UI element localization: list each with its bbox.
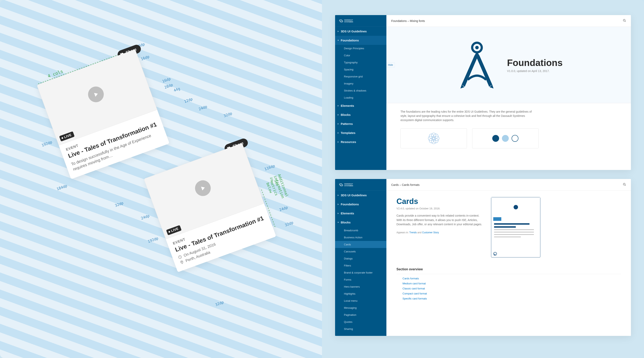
guidelines-doc-cards: DASSAULT SYSTEMES 3DS UI Guidelines Foun…	[335, 179, 631, 336]
sidebar-item-imagery[interactable]: Imagery	[335, 80, 386, 87]
guidelines-doc-foundations: DASSAULT SYSTEMES 3DS UI Guidelines Foun…	[335, 15, 631, 170]
sidebar-item-strokes-shadows[interactable]: Strokes & shadows	[335, 87, 386, 94]
sidebar-item-loading[interactable]: Loading	[335, 94, 386, 101]
sidebar-item-local-menu[interactable]: Local menu	[335, 297, 386, 304]
sidebar-item-guidelines[interactable]: 3DS UI Guidelines	[335, 27, 386, 36]
so-link-classic-format[interactable]: Classic card format	[402, 287, 621, 290]
dim-label-184dp: 184dp	[56, 183, 68, 191]
page-description: Cards provide a convenient way to link r…	[396, 214, 483, 227]
sidebar-item-foundations[interactable]: Foundations	[335, 36, 386, 45]
sidebar-item-foundations[interactable]: Foundations	[335, 200, 386, 209]
sidebar-item-design-principles[interactable]: Design Principles	[335, 45, 386, 52]
sidebar-item-typography[interactable]: Typography	[335, 59, 386, 66]
dim-label-32dp: 32dp	[223, 111, 233, 118]
hero-version: V1.0.0, updated on April 13, 2017.	[507, 69, 563, 73]
svg-text:DASSAULT: DASSAULT	[344, 19, 353, 21]
dim-label-24dp: 24dp	[279, 205, 288, 212]
breadcrumb: Foundations – Mixing fonts	[391, 19, 425, 22]
dim-label-32dp: 32dp	[215, 300, 224, 307]
svg-text:SYSTEMES: SYSTEMES	[344, 21, 353, 23]
appears-in: Appears in: Trends and Customer Story	[396, 231, 483, 234]
color-dot-primary	[492, 135, 499, 142]
doc-hero: Hide Foundations V1.0.0, updated on Apri…	[386, 27, 631, 103]
doc-body: Cards V2.4.0, updated on October 19, 201…	[386, 191, 631, 262]
so-link-compact-format[interactable]: Compact card format	[402, 292, 621, 295]
preview-tile-flower[interactable]	[400, 128, 467, 148]
appears-link-customer-story[interactable]: Customer Story	[422, 231, 439, 234]
arrow-circle-icon	[493, 252, 497, 256]
dim-label-16dp: 16dp	[162, 76, 171, 83]
sidebar-item-dialogs[interactable]: Dialogs	[335, 255, 386, 262]
dim-label-12dp: 12dp	[184, 97, 193, 104]
spec-stage: 4 cols 16dp 16dp 16dp 28dp 44g 12dp 24dp…	[0, 0, 322, 358]
doc-sidebar: DASSAULT SYSTEMES 3DS UI Guidelines Foun…	[335, 15, 386, 170]
sidebar-item-elements[interactable]: Elements	[335, 101, 386, 110]
doc-sidebar: DASSAULT SYSTEMES 3DS UI Guidelines Foun…	[335, 179, 386, 336]
sidebar-item-messaging[interactable]: Messaging	[335, 304, 386, 311]
so-link-cards-formats[interactable]: Cards formats	[402, 277, 621, 280]
sidebar-item-responsive-grid[interactable]: Responsive grid	[335, 73, 386, 80]
clock-icon	[177, 254, 182, 260]
sidebar-item-guidelines[interactable]: 3DS UI Guidelines	[335, 191, 386, 200]
so-link-medium-format[interactable]: Medium card format	[402, 282, 621, 285]
sidebar-item-resources[interactable]: Resources	[335, 137, 386, 146]
svg-point-22	[623, 183, 625, 185]
sidebar-item-highlights[interactable]: Highlights	[335, 290, 386, 297]
sidebar-item-cards[interactable]: Cards	[335, 241, 386, 248]
section-overview: Section overview Cards formats Medium ca…	[386, 262, 631, 302]
dassault-logo-icon: DASSAULT SYSTEMES	[339, 18, 363, 24]
sidebar-item-blocks[interactable]: Blocks	[335, 110, 386, 119]
card-preview-badge	[493, 217, 501, 221]
svg-point-1	[181, 261, 182, 262]
preview-row	[386, 126, 631, 148]
play-icon[interactable]	[86, 84, 106, 104]
hero-title: Foundations	[507, 57, 563, 68]
sidebar-item-patterns[interactable]: Patterns	[335, 119, 386, 128]
sidebar-item-blocks[interactable]: Blocks	[335, 218, 386, 227]
sidebar-item-templates[interactable]: Templates	[335, 128, 386, 137]
sidebar-logo[interactable]: DASSAULT SYSTEMES	[335, 179, 386, 191]
sidebar-item-elements[interactable]: Elements	[335, 209, 386, 218]
page-version: V2.4.0, updated on October 19, 2018.	[396, 207, 483, 210]
sidebar-item-spacing[interactable]: Spacing	[335, 66, 386, 73]
sidebar-item-business-action[interactable]: Business Action	[335, 234, 386, 241]
sidebar-item-quotes[interactable]: Quotes	[335, 318, 386, 326]
svg-point-6	[623, 19, 625, 21]
dim-label-16dp: 16dp	[140, 54, 150, 61]
appears-link-trends[interactable]: Trends	[409, 231, 417, 234]
sidebar-item-carousels[interactable]: Carousels	[335, 248, 386, 255]
dim-label-32dp: 32dp	[284, 220, 294, 227]
play-icon[interactable]	[193, 178, 213, 198]
sidebar-item-sharing[interactable]: Sharing	[335, 326, 386, 333]
dim-label-32dp: 32dp	[114, 201, 124, 208]
card-preview-lines	[491, 218, 540, 242]
pin-icon	[179, 260, 184, 265]
svg-text:DASSAULT: DASSAULT	[344, 183, 353, 185]
search-icon[interactable]	[623, 183, 626, 187]
dim-label-116dp: 116dp	[264, 164, 276, 171]
sidebar-logo[interactable]: DASSAULT SYSTEMES	[335, 15, 386, 27]
preview-tile-colors[interactable]	[472, 128, 538, 148]
dim-label-192dp: 192dp	[147, 236, 159, 244]
text-column: Cards V2.4.0, updated on October 19, 201…	[396, 197, 483, 257]
sidebar-item-forms[interactable]: Forms	[335, 276, 386, 283]
dim-label-24dp: 24dp	[198, 104, 208, 111]
live-badge: LIVE	[166, 225, 182, 235]
sidebar-item-breadcrumb[interactable]: Breadcrumb	[335, 227, 386, 234]
sidebar-item-color[interactable]: Color	[335, 52, 386, 59]
card-preview-illustration	[491, 197, 540, 257]
event-card-1: Share LIVE EVENT Live - Tales of Transfo…	[37, 49, 170, 179]
doc-topbar: Foundations – Mixing fonts	[386, 15, 631, 27]
dim-label-28dp: 28dp	[164, 82, 174, 89]
so-link-specific-formats[interactable]: Specific card formats	[402, 297, 621, 300]
hero-hide-tab[interactable]: Hide	[386, 62, 395, 67]
dim-label-192dp: 192dp	[41, 140, 53, 147]
dim-label-24dp: 24dp	[140, 213, 150, 220]
compass-icon	[455, 39, 499, 91]
search-icon[interactable]	[623, 19, 626, 23]
sidebar-item-filters[interactable]: Filters	[335, 262, 386, 269]
sidebar-item-pagination[interactable]: Pagination	[335, 311, 386, 318]
sidebar-item-hero-banners[interactable]: Hero banners	[335, 283, 386, 290]
sidebar-item-brand-footer[interactable]: Brand & corporate footer	[335, 269, 386, 276]
doc-topbar: Cards – Cards formats	[386, 179, 631, 191]
